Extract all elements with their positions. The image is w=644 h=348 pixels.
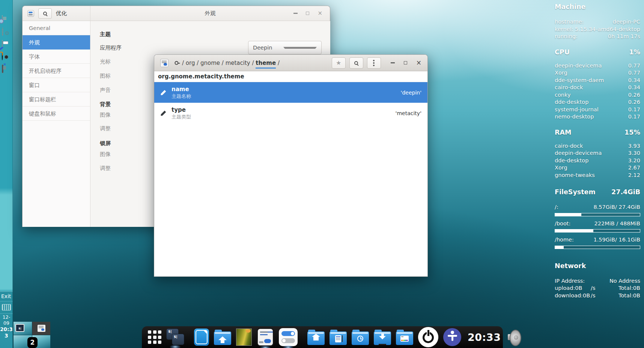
dconf-mini-icon (38, 325, 45, 332)
maximize-icon[interactable] (306, 12, 309, 15)
exit-button[interactable]: Exit (0, 291, 13, 301)
sidebar-item-general[interactable]: General (23, 21, 90, 35)
tweaks-titlebar[interactable]: 优化 外观 × (23, 6, 330, 21)
fs-usage-bar (555, 229, 640, 232)
ram-proc-row: cairo-dock3.93 (555, 142, 640, 150)
kebab-menu-icon (373, 62, 375, 64)
document-icon[interactable] (194, 328, 209, 346)
sidebar-item-windows[interactable]: 窗口 (23, 78, 90, 92)
downloads-folder-icon[interactable] (374, 330, 391, 345)
key-row-name[interactable]: name 主题名称 'deepin' (154, 82, 427, 103)
notes-icon[interactable] (2, 65, 11, 74)
edit-pencil-icon (160, 110, 166, 116)
conky-system-monitor: Machine hostname:deepin-PC kernel:5.15.3… (555, 3, 640, 299)
ram-proc-row: Xorg2.67 (555, 164, 640, 172)
dconf-app-icon (160, 59, 169, 67)
label-lock-image: 图像 (100, 150, 111, 158)
gear-icon[interactable] (2, 28, 11, 37)
breadcrumb[interactable]: / org / gnome / metacity / theme / (182, 60, 328, 66)
sidebar-item-appearance[interactable]: 外观 (23, 35, 90, 50)
cairo-dock: $| $| 20:33 (142, 326, 503, 348)
terminal-icon[interactable]: $| $| (166, 328, 184, 346)
fs-mount-row: /:8.57GiB/ 27.4GiB (555, 204, 640, 211)
chevron-down-icon (283, 47, 317, 49)
panel-time-1: 20:3 (0, 326, 13, 332)
fs-usage-bar (555, 213, 640, 216)
ram-proc-row: gnome-tweaks2.12 (555, 172, 640, 179)
sidebar-item-startup[interactable]: 开机启动程序 (23, 64, 90, 78)
search-icon (354, 61, 358, 65)
label-lock-adjust: 调整 (100, 164, 111, 172)
breadcrumb-current[interactable]: theme (256, 60, 276, 69)
fs-mount-row: /boot:222MiB / 488MiB (555, 220, 640, 228)
input-edit-icon[interactable] (2, 40, 11, 50)
label-bg-adjust: 调整 (100, 124, 111, 132)
file-search-icon[interactable] (2, 16, 11, 25)
close-icon[interactable]: × (317, 10, 322, 16)
sidebar-item-titlebar[interactable]: 窗口标题栏 (23, 92, 90, 106)
label-cursor: 光标 (100, 58, 111, 65)
minimize-icon[interactable] (293, 13, 298, 14)
pictures-folder-icon[interactable] (396, 330, 413, 345)
network-row: upload:0B/sTotal:0B (555, 285, 640, 292)
section-background: 背景 (100, 100, 111, 108)
window-count-badge: 2 (27, 337, 38, 348)
control-center-icon[interactable] (279, 328, 298, 346)
tweaks-search-button[interactable] (38, 8, 52, 19)
key-row-type[interactable]: type 主题类型 'metacity' (154, 103, 427, 123)
edit-pencil-icon (160, 90, 166, 96)
tweaks-app-title: 优化 (56, 10, 67, 17)
audio-player-icon[interactable] (2, 53, 11, 62)
file-manager-icon[interactable] (214, 330, 231, 345)
breadcrumb-trailing: / (278, 60, 280, 66)
machine-row: running:0h 11m 17s (555, 33, 640, 40)
app-launcher-icon[interactable] (148, 330, 161, 344)
machine-row: hostname:deepin-PC (555, 18, 640, 26)
window-thumbnail-dconf[interactable] (32, 322, 50, 335)
dconf-editor-icon[interactable] (257, 328, 274, 346)
search-button[interactable] (349, 57, 363, 69)
window-thumbnail-terminal[interactable]: $| (14, 322, 32, 335)
dconf-titlebar[interactable]: / org / gnome / metacity / theme / ★ × (154, 55, 427, 71)
documents-folder-icon[interactable] (330, 330, 347, 345)
star-icon: ★ (336, 60, 341, 66)
panel-date: 12-09 (0, 314, 13, 326)
dock-clock: 20:33 (466, 332, 502, 343)
image-viewer-icon[interactable] (236, 328, 252, 346)
volume-icon[interactable] (507, 329, 522, 345)
dropdown-value: Deepin (253, 45, 283, 51)
cpu-proc-row: deepin-devicema0.77 (555, 62, 640, 70)
ram-section-title: RAM15% (555, 129, 640, 136)
accessibility-icon[interactable] (443, 328, 461, 346)
network-row: download:0B/sTotal:0B (555, 292, 640, 300)
network-row: IP Address:No Address (555, 278, 640, 285)
power-icon[interactable] (418, 327, 438, 347)
menu-button[interactable] (367, 57, 381, 69)
key-value: 'deepin' (401, 90, 421, 96)
applications-theme-dropdown[interactable]: Deepin (248, 41, 322, 54)
tweaks-app-icon (27, 10, 34, 17)
label-sound: 声音 (100, 86, 111, 94)
cpu-proc-row: conky0.26 (555, 92, 640, 99)
sidebar-item-fonts[interactable]: 字体 (23, 50, 90, 64)
maximize-icon[interactable] (404, 61, 407, 64)
key-description: 主题类型 (172, 114, 390, 120)
machine-section-title: Machine (555, 3, 640, 10)
cpu-proc-row: nemo-desktop0.17 (555, 113, 640, 121)
ram-proc-row: dde-desktop3.20 (555, 157, 640, 165)
bookmark-button[interactable]: ★ (332, 57, 346, 69)
close-icon[interactable]: × (416, 60, 421, 66)
minimize-icon[interactable] (391, 62, 395, 63)
fs-mount-row: /home:1.59GiB/ 16.1GiB (555, 236, 640, 244)
recent-folder-icon[interactable] (352, 330, 369, 345)
cpu-proc-row: dde-desktop0.26 (555, 99, 640, 106)
breadcrumb-prefix[interactable]: / org / gnome / metacity / (182, 60, 254, 66)
keyboard-icon[interactable] (0, 301, 13, 313)
machine-row: kernel:5.15.34-amd64-desktop (555, 26, 640, 33)
search-icon (43, 12, 47, 15)
sidebar-item-keyboard-mouse[interactable]: 键盘和鼠标 (23, 106, 90, 121)
dconf-editor-window: / org / gnome / metacity / theme / ★ × o… (154, 54, 428, 277)
home-folder-icon[interactable] (307, 330, 325, 345)
path-search-icon[interactable] (173, 59, 181, 67)
cpu-proc-row: Xorg0.77 (555, 69, 640, 77)
